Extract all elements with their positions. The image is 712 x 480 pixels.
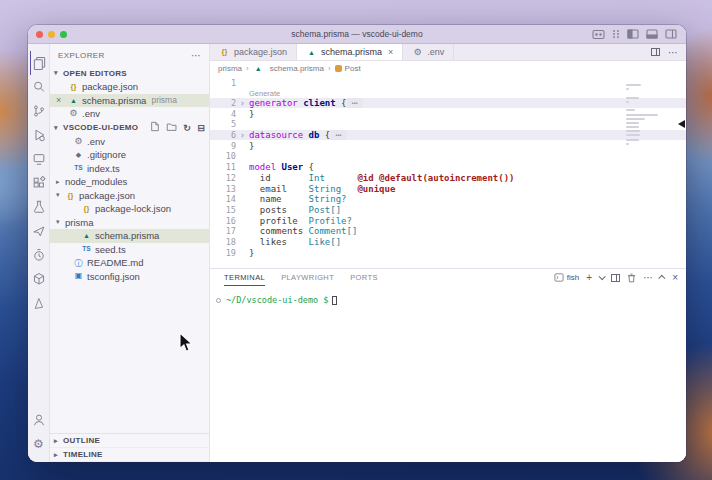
code-line-2: 2›generator client { ⋯ [210,98,686,109]
tree-item-prisma[interactable]: ▾prisma [50,216,209,230]
tab-env[interactable]: ⚙.env [403,44,454,60]
terminal-output[interactable]: ~/D/vscode-ui-demo $ [210,286,686,462]
breadcrumb[interactable]: prisma›▲schema.prisma›Post [210,61,686,76]
gitignore-file-icon: ◆ [73,151,84,158]
panel-tab-ports[interactable]: PORTS [350,269,378,286]
info-file-icon: ⓘ [73,259,84,268]
close-editor-icon[interactable]: × [56,95,66,105]
section-outline[interactable]: ▸OUTLINE [50,434,209,448]
refresh-icon[interactable]: ↻ [183,123,191,133]
source-control-icon[interactable] [30,99,48,123]
breadcrumb-item-post[interactable]: Post [335,64,361,73]
new-folder-icon[interactable] [166,122,177,134]
code-text: generator client { ⋯ [249,98,363,108]
minimap[interactable] [626,80,662,147]
split-terminal-icon[interactable] [611,274,620,282]
terminal-prompt-path: ~/D/vscode-ui-demo [226,295,318,305]
json-file-icon: {} [65,192,76,200]
breadcrumb-item-prisma[interactable]: prisma [218,64,242,73]
open-editor-env[interactable]: ⚙.env [50,107,209,121]
line-number: 1 [210,78,236,88]
chevron-down-icon[interactable] [599,273,606,280]
tree-item-package-json[interactable]: ▾{}package.json [50,189,209,203]
extensions-icon[interactable] [30,171,48,195]
tree-item-seed-ts[interactable]: TSseed.ts [50,243,209,257]
customize-layout-icon[interactable] [612,29,620,39]
accounts-icon[interactable] [30,408,48,432]
tree-item-label: tsconfig.json [87,271,140,282]
prisma-file-icon: ▲ [68,97,79,104]
remote-explorer-icon[interactable] [30,147,48,171]
tab-package-json[interactable]: {}package.json [210,44,297,60]
fold-chevron-icon[interactable]: › [236,99,249,108]
close-tab-icon[interactable]: × [388,47,393,57]
breadcrumb-label: schema.prisma [270,64,324,73]
run-debug-icon[interactable] [30,123,48,147]
search-icon[interactable] [30,75,48,99]
toggle-primary-sidebar-icon[interactable] [627,29,639,39]
explorer-icon[interactable] [30,51,48,75]
prisma-icon[interactable] [30,291,48,315]
new-terminal-icon[interactable]: + [586,273,592,283]
code-text: likes Like[] [249,237,341,247]
section-label: OUTLINE [63,436,100,445]
settings-icon[interactable]: ⚙ [30,432,48,456]
code-text: comments Comment[] [249,226,357,236]
line-number: 9 [210,141,236,151]
titlebar[interactable]: schema.prisma — vscode-ui-demo [28,25,686,44]
line-number: 4 [210,109,236,119]
fold-chevron-icon[interactable]: › [236,131,249,140]
codelens-generate-link[interactable]: Generate [249,89,280,98]
toggle-panel-icon[interactable] [646,29,658,39]
section-timeline[interactable]: ▸TIMELINE [50,448,209,462]
workspace-header[interactable]: ▾ VSCODE-UI-DEMO ↻⊟ [50,121,209,135]
collapse-all-icon[interactable]: ⊟ [197,123,205,133]
tree-item-gitignore[interactable]: ◆.gitignore [50,148,209,162]
profiler-icon[interactable] [30,243,48,267]
code-text: id Int @id @default(autoincrement()) [249,173,515,183]
terminal-profile-chip[interactable]: fish [554,273,579,282]
close-panel-icon[interactable]: × [672,273,678,283]
open-editor-package-json[interactable]: {}package.json [50,80,209,94]
open-editor-schema-prisma[interactable]: ×▲schema.prismaprisma [50,94,209,108]
tree-item-node-modules[interactable]: ▸node_modules [50,175,209,189]
terminal-panel: TERMINALPLAYWRIGHTPORTS fish+⋯× ~/D/vsco… [210,268,686,462]
chevron-up-icon[interactable] [658,275,665,282]
tree-item-schema-prisma[interactable]: ▲schema.prisma [50,229,209,243]
new-file-icon[interactable] [150,121,160,134]
docker-icon[interactable] [30,267,48,291]
tree-item-index-ts[interactable]: TSindex.ts [50,162,209,176]
tree-item-tsconfig-json[interactable]: ▣tsconfig.json [50,270,209,284]
tree-item-package-lock-json[interactable]: {}package-lock.json [50,202,209,216]
trash-icon[interactable] [627,269,636,287]
code-line-6: 6›datasource db { ⋯ [210,130,686,141]
panel-tab-playwright[interactable]: PLAYWRIGHT [281,269,334,286]
minimap-line [626,122,639,124]
code-line-18: 18 likes Like[] [210,237,686,248]
more-actions-icon[interactable]: ⋯ [643,273,653,283]
code-text: } [249,248,254,258]
minimap-line [626,105,628,107]
tab-schema-prisma[interactable]: ▲schema.prisma× [297,44,403,60]
open-editors-header[interactable]: ▾ OPEN EDITORS [50,66,209,80]
tab-label: schema.prisma [321,47,382,57]
playwright-icon[interactable] [30,219,48,243]
split-editor-icon[interactable] [651,48,660,56]
tree-item-env[interactable]: ⚙.env [50,135,209,149]
chevron-right-icon: ▸ [54,451,63,459]
testing-icon[interactable] [30,195,48,219]
toggle-secondary-sidebar-icon[interactable] [665,29,677,39]
code-editor[interactable]: 1Generate2›generator client { ⋯ 4}56›dat… [210,76,686,268]
more-actions-icon[interactable]: ⋯ [668,47,678,58]
panel-tab-terminal[interactable]: TERMINAL [224,269,265,286]
code-line-9: 9} [210,140,686,151]
tree-item-readme-md[interactable]: ⓘREADME.md [50,256,209,270]
sidebar-more-actions-icon[interactable]: ⋯ [191,50,201,61]
breadcrumb-item-schema-prisma[interactable]: ▲schema.prisma [253,64,324,73]
editor-actions: ⋯ [651,44,686,60]
code-text: model User { [249,162,314,172]
code-line-12: 12 id Int @id @default(autoincrement()) [210,173,686,184]
layout-controls-icon[interactable] [592,29,605,40]
tree-item-label: package-lock.json [95,203,171,214]
code-text: } [249,141,254,151]
